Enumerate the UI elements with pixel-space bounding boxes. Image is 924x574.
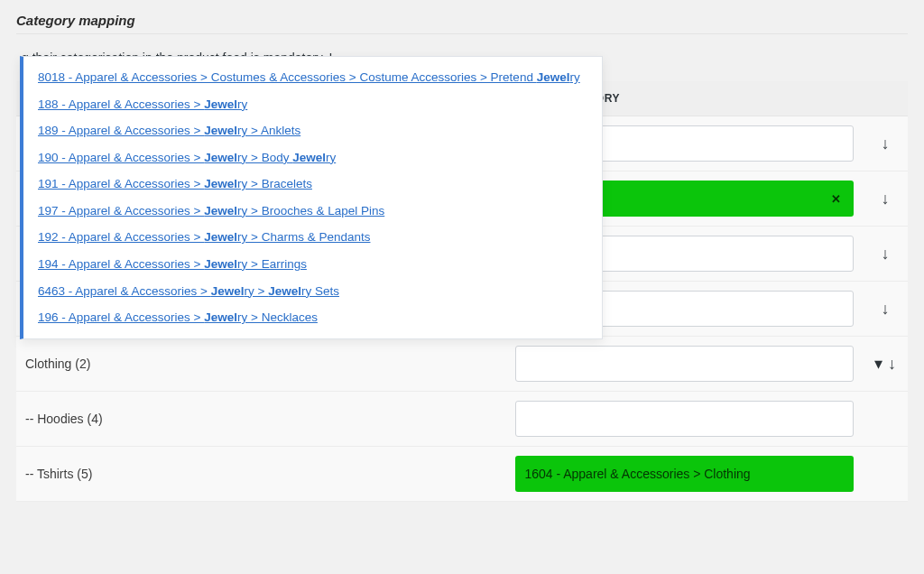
category-label: -- Tshirts (5) bbox=[25, 467, 92, 481]
category-label-cell: -- Hoodies (4) bbox=[16, 392, 506, 447]
actions-cell: ▾↓ bbox=[863, 337, 908, 392]
autocomplete-link[interactable]: 192 - Apparel & Accessories > Jewelry > … bbox=[38, 230, 370, 244]
autocomplete-link[interactable]: 189 - Apparel & Accessories > Jewelry > … bbox=[38, 124, 300, 137]
close-icon[interactable]: ✕ bbox=[831, 192, 841, 206]
mapping-selected-text: 1604 - Apparel & Accessories > Clothing bbox=[524, 467, 750, 481]
autocomplete-item[interactable]: 194 - Apparel & Accessories > Jewelry > … bbox=[23, 251, 602, 278]
autocomplete-link[interactable]: 191 - Apparel & Accessories > Jewelry > … bbox=[38, 177, 312, 190]
autocomplete-link[interactable]: 6463 - Apparel & Accessories > Jewelry >… bbox=[38, 284, 339, 298]
autocomplete-link[interactable]: 190 - Apparel & Accessories > Jewelry > … bbox=[38, 151, 336, 164]
autocomplete-item[interactable]: 191 - Apparel & Accessories > Jewelry > … bbox=[23, 171, 602, 198]
apply-down-icon[interactable]: ↓ bbox=[882, 190, 890, 208]
category-label: Clothing (2) bbox=[25, 356, 90, 371]
col-actions bbox=[863, 81, 908, 116]
table-row: -- Hoodies (4) bbox=[16, 392, 908, 447]
apply-down-icon[interactable]: ↓ bbox=[882, 300, 890, 319]
autocomplete-item[interactable]: 188 - Apparel & Accessories > Jewelry bbox=[23, 91, 602, 118]
mapping-cell bbox=[506, 337, 863, 392]
mapping-input[interactable] bbox=[515, 401, 854, 437]
mapping-selected[interactable]: 1604 - Apparel & Accessories > Clothing bbox=[515, 456, 854, 492]
autocomplete-link[interactable]: 196 - Apparel & Accessories > Jewelry > … bbox=[38, 310, 318, 324]
autocomplete-link[interactable]: 8018 - Apparel & Accessories > Costumes … bbox=[38, 70, 580, 84]
autocomplete-item[interactable]: 190 - Apparel & Accessories > Jewelry > … bbox=[23, 144, 602, 171]
actions-cell: ↓ bbox=[863, 227, 908, 282]
page-title: Category mapping bbox=[16, 13, 908, 34]
actions-cell bbox=[863, 447, 908, 502]
actions-cell bbox=[863, 392, 908, 447]
apply-down-icon[interactable]: ↓ bbox=[888, 355, 896, 374]
autocomplete-link[interactable]: 194 - Apparel & Accessories > Jewelry > … bbox=[38, 257, 307, 271]
autocomplete-item[interactable]: 192 - Apparel & Accessories > Jewelry > … bbox=[23, 224, 602, 251]
autocomplete-dropdown[interactable]: 8018 - Apparel & Accessories > Costumes … bbox=[20, 56, 603, 339]
autocomplete-item[interactable]: 196 - Apparel & Accessories > Jewelry > … bbox=[23, 304, 602, 331]
autocomplete-link[interactable]: 188 - Apparel & Accessories > Jewelry bbox=[38, 97, 247, 111]
expand-toggle-icon[interactable]: ▾ bbox=[874, 354, 882, 374]
mapping-cell bbox=[506, 392, 863, 447]
actions-cell: ↓ bbox=[863, 171, 908, 227]
actions-cell: ↓ bbox=[863, 282, 908, 337]
table-row: -- Tshirts (5)1604 - Apparel & Accessori… bbox=[16, 447, 908, 502]
mapping-cell: 1604 - Apparel & Accessories > Clothing bbox=[506, 447, 863, 502]
mapping-input[interactable] bbox=[515, 346, 854, 382]
apply-down-icon[interactable]: ↓ bbox=[882, 245, 890, 264]
autocomplete-item[interactable]: 197 - Apparel & Accessories > Jewelry > … bbox=[23, 198, 602, 225]
category-label: -- Hoodies (4) bbox=[25, 412, 103, 426]
actions-cell: ↓ bbox=[863, 116, 908, 171]
category-label-cell: -- Tshirts (5) bbox=[16, 447, 506, 502]
apply-down-icon[interactable]: ↓ bbox=[882, 134, 890, 153]
autocomplete-item[interactable]: 8018 - Apparel & Accessories > Costumes … bbox=[23, 64, 602, 91]
table-row: Clothing (2)▾↓ bbox=[16, 337, 908, 392]
category-label-cell: Clothing (2) bbox=[16, 337, 506, 392]
autocomplete-item[interactable]: 6463 - Apparel & Accessories > Jewelry >… bbox=[23, 278, 602, 305]
autocomplete-item[interactable]: 189 - Apparel & Accessories > Jewelry > … bbox=[23, 117, 602, 144]
autocomplete-link[interactable]: 197 - Apparel & Accessories > Jewelry > … bbox=[38, 204, 384, 218]
